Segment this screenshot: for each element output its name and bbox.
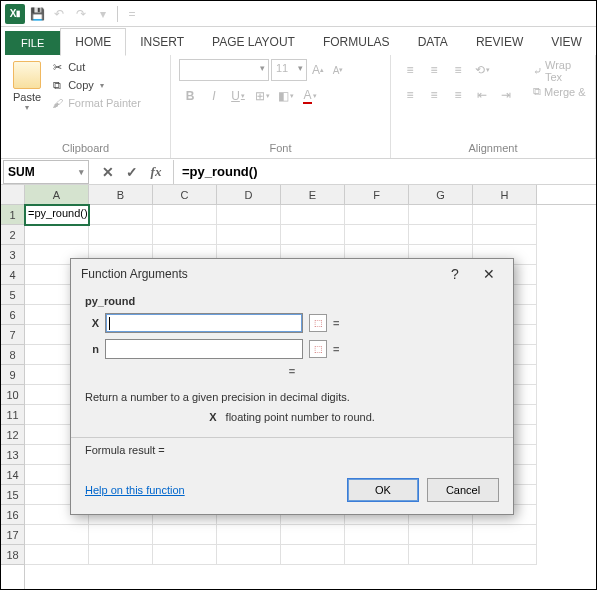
tab-review[interactable]: REVIEW bbox=[462, 29, 537, 55]
cell[interactable] bbox=[473, 225, 537, 245]
row-header[interactable]: 4 bbox=[1, 265, 24, 285]
help-on-function-link[interactable]: Help on this function bbox=[85, 484, 185, 496]
cell[interactable] bbox=[345, 225, 409, 245]
touch-mode-button[interactable]: = bbox=[122, 4, 142, 24]
collapse-dialog-button[interactable]: ⬚ bbox=[309, 340, 327, 358]
row-header[interactable]: 5 bbox=[1, 285, 24, 305]
cell[interactable] bbox=[217, 525, 281, 545]
cell[interactable] bbox=[409, 525, 473, 545]
help-button[interactable]: ? bbox=[441, 263, 469, 285]
row-header[interactable]: 8 bbox=[1, 345, 24, 365]
cancel-button[interactable]: Cancel bbox=[427, 478, 499, 502]
align-top-button[interactable]: ≡ bbox=[399, 59, 421, 81]
enter-formula-button[interactable]: ✓ bbox=[121, 161, 143, 183]
column-header[interactable]: E bbox=[281, 185, 345, 204]
align-left-button[interactable]: ≡ bbox=[399, 84, 421, 106]
tab-home[interactable]: HOME bbox=[60, 28, 126, 56]
decrease-font-button[interactable]: A▾ bbox=[329, 59, 347, 81]
row-header[interactable]: 13 bbox=[1, 445, 24, 465]
cell[interactable] bbox=[153, 225, 217, 245]
column-header[interactable]: A bbox=[25, 185, 89, 204]
cell[interactable] bbox=[281, 205, 345, 225]
row-header[interactable]: 10 bbox=[1, 385, 24, 405]
row-header[interactable]: 12 bbox=[1, 425, 24, 445]
cell[interactable] bbox=[409, 205, 473, 225]
redo-button[interactable]: ↷ bbox=[71, 4, 91, 24]
row-header[interactable]: 14 bbox=[1, 465, 24, 485]
row-header[interactable]: 9 bbox=[1, 365, 24, 385]
column-header[interactable]: C bbox=[153, 185, 217, 204]
column-header[interactable]: G bbox=[409, 185, 473, 204]
align-bottom-button[interactable]: ≡ bbox=[447, 59, 469, 81]
increase-font-button[interactable]: A▴ bbox=[309, 59, 327, 81]
cell[interactable] bbox=[89, 525, 153, 545]
format-painter-button[interactable]: 🖌Format Painter bbox=[49, 95, 142, 111]
tab-view[interactable]: VIEW bbox=[537, 29, 596, 55]
cell[interactable] bbox=[473, 545, 537, 565]
cell[interactable] bbox=[281, 225, 345, 245]
tab-page-layout[interactable]: PAGE LAYOUT bbox=[198, 29, 309, 55]
row-header[interactable]: 15 bbox=[1, 485, 24, 505]
font-size-combo[interactable]: 11 bbox=[271, 59, 307, 81]
row-header[interactable]: 1 bbox=[1, 205, 24, 225]
ok-button[interactable]: OK bbox=[347, 478, 419, 502]
row-header[interactable]: 18 bbox=[1, 545, 24, 565]
cut-button[interactable]: ✂Cut bbox=[49, 59, 142, 75]
cell[interactable] bbox=[153, 205, 217, 225]
cell[interactable] bbox=[217, 225, 281, 245]
italic-button[interactable]: I bbox=[203, 85, 225, 107]
border-button[interactable]: ⊞▾ bbox=[251, 85, 273, 107]
cell[interactable] bbox=[217, 545, 281, 565]
tab-insert[interactable]: INSERT bbox=[126, 29, 198, 55]
arg-input-n[interactable] bbox=[105, 339, 303, 359]
decrease-indent-button[interactable]: ⇤ bbox=[471, 84, 493, 106]
row-header[interactable]: 17 bbox=[1, 525, 24, 545]
insert-function-button[interactable]: fx bbox=[145, 161, 167, 183]
cell[interactable] bbox=[409, 545, 473, 565]
select-all-corner[interactable] bbox=[1, 185, 25, 205]
align-middle-button[interactable]: ≡ bbox=[423, 59, 445, 81]
cell[interactable] bbox=[345, 545, 409, 565]
orientation-button[interactable]: ⟲▾ bbox=[471, 59, 493, 81]
cell[interactable] bbox=[89, 545, 153, 565]
align-right-button[interactable]: ≡ bbox=[447, 84, 469, 106]
font-name-combo[interactable] bbox=[179, 59, 269, 81]
arg-input-x[interactable] bbox=[105, 313, 303, 333]
cell[interactable] bbox=[473, 525, 537, 545]
cell-a1[interactable]: =py_round() bbox=[25, 205, 89, 225]
collapse-dialog-button[interactable]: ⬚ bbox=[309, 314, 327, 332]
bold-button[interactable]: B bbox=[179, 85, 201, 107]
font-color-button[interactable]: A▾ bbox=[299, 85, 321, 107]
cell[interactable] bbox=[153, 545, 217, 565]
dialog-titlebar[interactable]: Function Arguments ? ✕ bbox=[71, 259, 513, 289]
tab-data[interactable]: DATA bbox=[404, 29, 462, 55]
save-button[interactable]: 💾 bbox=[27, 4, 47, 24]
cell[interactable] bbox=[25, 225, 89, 245]
cell[interactable] bbox=[89, 205, 153, 225]
column-header[interactable]: B bbox=[89, 185, 153, 204]
cell[interactable] bbox=[281, 545, 345, 565]
paste-button[interactable]: Paste ▾ bbox=[9, 59, 45, 114]
align-center-button[interactable]: ≡ bbox=[423, 84, 445, 106]
fill-color-button[interactable]: ◧▾ bbox=[275, 85, 297, 107]
row-header[interactable]: 7 bbox=[1, 325, 24, 345]
undo-button[interactable]: ↶ bbox=[49, 4, 69, 24]
close-button[interactable]: ✕ bbox=[475, 263, 503, 285]
increase-indent-button[interactable]: ⇥ bbox=[495, 84, 517, 106]
formula-input[interactable]: =py_round() bbox=[174, 164, 596, 179]
name-box[interactable]: SUM bbox=[3, 160, 89, 184]
cell[interactable] bbox=[409, 225, 473, 245]
cancel-formula-button[interactable]: ✕ bbox=[97, 161, 119, 183]
cell[interactable] bbox=[345, 205, 409, 225]
column-header[interactable]: F bbox=[345, 185, 409, 204]
cell[interactable] bbox=[89, 225, 153, 245]
row-header[interactable]: 2 bbox=[1, 225, 24, 245]
underline-button[interactable]: U▾ bbox=[227, 85, 249, 107]
cell[interactable] bbox=[25, 525, 89, 545]
row-header[interactable]: 16 bbox=[1, 505, 24, 525]
row-header[interactable]: 11 bbox=[1, 405, 24, 425]
wrap-text-button[interactable]: ⤶Wrap Tex bbox=[533, 59, 587, 83]
tab-formulas[interactable]: FORMULAS bbox=[309, 29, 404, 55]
copy-button[interactable]: ⧉Copy▾ bbox=[49, 77, 142, 93]
merge-center-button[interactable]: ⧉Merge & bbox=[533, 85, 587, 98]
